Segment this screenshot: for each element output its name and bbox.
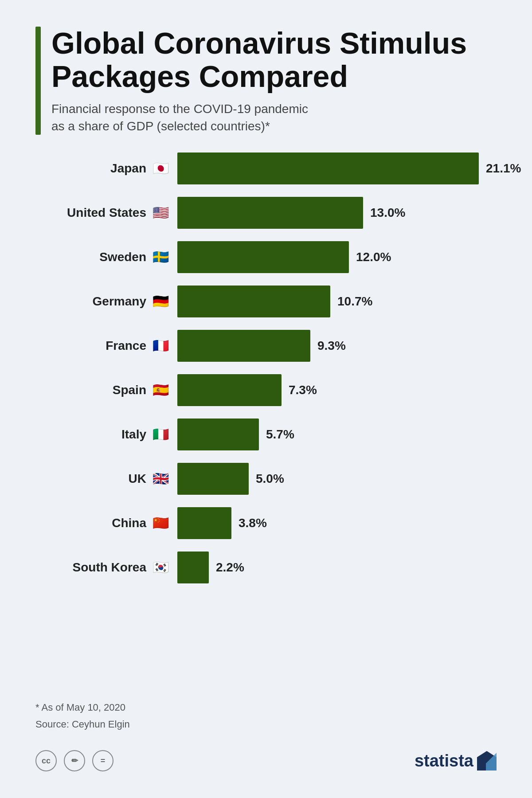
bar-wrapper: 7.3%	[177, 374, 497, 406]
country-label: Japan 🇯🇵	[35, 159, 177, 178]
bar-wrapper: 9.3%	[177, 330, 497, 362]
country-name: Italy	[121, 427, 146, 442]
header-section: Global Coronavirus Stimulus Packages Com…	[35, 27, 497, 135]
flag-icon: 🇬🇧	[151, 469, 170, 489]
value-label: 10.7%	[337, 294, 372, 309]
bar	[177, 330, 310, 362]
header-text: Global Coronavirus Stimulus Packages Com…	[51, 27, 467, 135]
bar-wrapper: 2.2%	[177, 552, 497, 583]
chart-container: Japan 🇯🇵 21.1% United States 🇺🇸 13.0% Sw…	[35, 153, 497, 669]
bar-row: Italy 🇮🇹 5.7%	[35, 419, 497, 450]
footer: cc ✏ = statista	[35, 750, 497, 771]
bar	[177, 507, 231, 539]
country-name: South Korea	[73, 560, 146, 575]
flag-icon: 🇯🇵	[151, 159, 170, 178]
accent-bar	[35, 27, 41, 135]
country-name: China	[112, 516, 146, 530]
value-label: 5.0%	[256, 472, 284, 486]
country-label: United States 🇺🇸	[35, 203, 177, 223]
country-name: Japan	[110, 161, 146, 176]
value-label: 9.3%	[317, 339, 346, 353]
bar-row: Sweden 🇸🇪 12.0%	[35, 241, 497, 273]
bar-row: Japan 🇯🇵 21.1%	[35, 153, 497, 184]
bar-row: France 🇫🇷 9.3%	[35, 330, 497, 362]
bar	[177, 419, 259, 450]
statista-logo: statista	[415, 751, 497, 771]
footnote-source: Source: Ceyhun Elgin	[35, 716, 497, 732]
flag-icon: 🇩🇪	[151, 292, 170, 311]
footnote-date: * As of May 10, 2020	[35, 699, 497, 716]
bar-row: South Korea 🇰🇷 2.2%	[35, 552, 497, 583]
value-label: 3.8%	[239, 516, 267, 530]
bar	[177, 197, 363, 229]
country-label: France 🇫🇷	[35, 336, 177, 356]
bar-wrapper: 13.0%	[177, 197, 497, 229]
flag-icon: 🇨🇳	[151, 513, 170, 533]
cc-icon: cc	[35, 750, 57, 771]
bar-wrapper: 12.0%	[177, 241, 497, 273]
bar-wrapper: 3.8%	[177, 507, 497, 539]
value-label: 12.0%	[356, 250, 391, 264]
bar-row: Spain 🇪🇸 7.3%	[35, 374, 497, 406]
bar-row: China 🇨🇳 3.8%	[35, 507, 497, 539]
bar	[177, 552, 209, 583]
value-label: 7.3%	[289, 383, 317, 397]
bar-wrapper: 5.7%	[177, 419, 497, 450]
country-name: France	[106, 339, 146, 353]
bar-row: United States 🇺🇸 13.0%	[35, 197, 497, 229]
country-name: United States	[67, 206, 146, 220]
bar-wrapper: 10.7%	[177, 286, 497, 317]
bar-wrapper: 5.0%	[177, 463, 497, 495]
country-label: Italy 🇮🇹	[35, 425, 177, 444]
country-label: Sweden 🇸🇪	[35, 247, 177, 267]
nd-icon: =	[92, 750, 113, 771]
value-label: 2.2%	[216, 560, 244, 575]
bar	[177, 463, 249, 495]
value-label: 5.7%	[266, 427, 294, 442]
country-label: Germany 🇩🇪	[35, 292, 177, 311]
chart-title: Global Coronavirus Stimulus Packages Com…	[51, 27, 467, 93]
flag-icon: 🇺🇸	[151, 203, 170, 223]
flag-icon: 🇪🇸	[151, 380, 170, 400]
bar	[177, 374, 282, 406]
flag-icon: 🇸🇪	[151, 247, 170, 267]
bar-row: UK 🇬🇧 5.0%	[35, 463, 497, 495]
country-label: South Korea 🇰🇷	[35, 558, 177, 577]
bar-wrapper: 21.1%	[177, 153, 521, 184]
country-name: Sweden	[99, 250, 146, 264]
license-icons: cc ✏ =	[35, 750, 113, 771]
country-label: Spain 🇪🇸	[35, 380, 177, 400]
country-label: UK 🇬🇧	[35, 469, 177, 489]
country-name: Germany	[93, 294, 146, 309]
bar	[177, 241, 349, 273]
statista-text: statista	[415, 751, 473, 771]
flag-icon: 🇫🇷	[151, 336, 170, 356]
value-label: 21.1%	[486, 161, 521, 176]
country-label: China 🇨🇳	[35, 513, 177, 533]
footnotes: * As of May 10, 2020 Source: Ceyhun Elgi…	[35, 699, 497, 732]
bar-row: Germany 🇩🇪 10.7%	[35, 286, 497, 317]
country-name: Spain	[113, 383, 146, 397]
statista-arrow-icon	[477, 751, 497, 771]
chart-subtitle: Financial response to the COVID-19 pande…	[51, 100, 467, 135]
by-icon: ✏	[64, 750, 85, 771]
bar	[177, 286, 330, 317]
flag-icon: 🇮🇹	[151, 425, 170, 444]
bar	[177, 153, 479, 184]
country-name: UK	[129, 472, 146, 486]
value-label: 13.0%	[370, 206, 405, 220]
flag-icon: 🇰🇷	[151, 558, 170, 577]
